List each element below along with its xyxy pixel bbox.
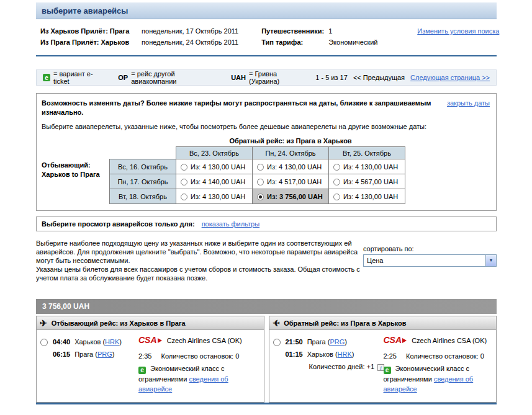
matrix-title: Обратный рейс: из Прага в Харьков — [176, 137, 405, 145]
inbound-card-header: ✈ Обратный рейс: из Прага в Харьков — [269, 316, 497, 330]
matrix-cell[interactable]: Из: 4 130,00 UAH — [253, 159, 329, 174]
departing-axis-label: Отбывающий: Харьков to Прага — [42, 161, 100, 179]
inbound-card-title: Обратный рейс: из Прага в Харьков — [284, 319, 406, 327]
inbound-times: 21:50Прага (PRG) 01:15Харьков (HRK) Коли… — [286, 336, 384, 394]
matrix-price: Из: 4 130,00 UAH — [191, 163, 245, 171]
fare-type-label: Тип тарифа: — [261, 38, 327, 46]
close-dates-link[interactable]: закрыть даты — [447, 99, 490, 107]
matrix-row: Вс, 16. Октябрь Из: 4 130,00 UAH Из: 4 1… — [110, 159, 405, 174]
fare-type-value: Экономический — [328, 38, 415, 46]
matrix-row: Вт, 18. Октябрь Из: 4 130,00 UAH Из: 3 7… — [110, 189, 405, 204]
csa-flag-icon — [402, 338, 407, 343]
matrix-radio[interactable] — [181, 194, 187, 200]
flexible-dates-title: Возможность изменять даты? Более низкие … — [42, 99, 444, 117]
prev-page-label: << Предыдущая — [353, 74, 405, 81]
outbound-card-header: ✈ Отбывающий рейс: из Харьков в Прага — [37, 316, 264, 330]
outbound-airline-info: CSA Czech Airlines CSA (OK) 2:35 Количес… — [138, 336, 260, 394]
inbound-airline-info: CSA Czech Airlines CSA (OK) 2:25 Количес… — [384, 336, 493, 394]
eticket-icon: e — [384, 367, 391, 374]
inbound-flight-radio[interactable] — [273, 339, 281, 346]
chevron-down-icon[interactable]: ▼ — [485, 255, 496, 266]
matrix-cell[interactable]: Из: 4 130,00 UAH — [176, 189, 253, 204]
next-page-link[interactable]: Следующая страница >> — [410, 74, 490, 81]
matrix-radio[interactable] — [333, 164, 340, 171]
outbound-airline-row: CSA Czech Airlines CSA (OK) — [138, 336, 260, 346]
eticket-legend-text: = вариант e-ticket — [53, 70, 108, 85]
matrix-row-header: Вс, 16. Октябрь — [110, 159, 176, 174]
matrix-radio[interactable] — [257, 164, 264, 171]
matrix-cell[interactable]: Из: 4 567,00 UAH — [329, 174, 405, 189]
matrix-price: Из: 4 130,00 UAH — [343, 163, 398, 171]
price-band-value: 3 756,00 UAH — [42, 302, 89, 311]
airport-link-prg[interactable]: PRG — [330, 338, 345, 346]
flexible-dates-panel: Возможность изменять даты? Более низкие … — [36, 93, 497, 211]
matrix-radio[interactable] — [333, 194, 340, 200]
airplane-arrive-icon: ✈ — [273, 319, 280, 328]
change-search-link[interactable]: Изменить условия поиска — [417, 27, 499, 35]
matrix-cell-selected[interactable]: Из: 3 756,00 UAH — [253, 189, 329, 204]
matrix-corner — [110, 147, 176, 159]
sort-select[interactable]: Цена ▼ — [363, 254, 497, 267]
outbound-date: понедельник, 17 Октябрь 2011 — [142, 27, 259, 35]
matrix-row-header: Пн, 17. Октябрь — [110, 174, 176, 189]
outbound-duration-row: 2:35 Количество остановок: 0 — [138, 352, 260, 361]
matrix-row-header: Вт, 18. Октябрь — [110, 189, 176, 204]
uah-legend-text: = Гривна (Украина) — [249, 70, 309, 85]
matrix-cell[interactable]: Из: 4 130,00 UAH — [176, 159, 253, 174]
matrix-cell[interactable]: Из: 4 130,00 UAH — [329, 189, 405, 204]
matrix-col-header: Вт, 25. Октябрь — [329, 147, 405, 159]
matrix-radio-selected[interactable] — [257, 194, 264, 200]
flexible-dates-instruction: Выберите авиаперелеты, указанные ниже, ч… — [42, 122, 491, 131]
matrix-row: Пн, 17. Октябрь Из: 4 140,00 UAH Из: 4 5… — [110, 174, 405, 189]
matrix-header-row: Вс, 23. Октябрь Пн, 24. Октябрь Вт, 25. … — [110, 147, 405, 159]
op-symbol: OP — [118, 74, 128, 81]
inbound-airline-row: CSA Czech Airlines CSA (OK) — [384, 336, 493, 346]
legend-bar: e = вариант e-ticket OP = рейс другой ав… — [36, 69, 497, 86]
inbound-stops: Количество остановок: 0 — [406, 352, 484, 360]
outbound-flight-radio[interactable] — [40, 339, 48, 346]
inbound-route-label: Из Прага Прилёт: Харьков — [40, 38, 140, 46]
flight-cards: ✈ Отбывающий рейс: из Харьков в Прага 04… — [36, 316, 497, 403]
inbound-arrival: 01:15Харьков (HRK) — [286, 348, 384, 360]
csa-logo: CSA — [384, 335, 407, 345]
outbound-times: 04:40Харьков (HRK) 06:15Прага (PRG) — [53, 336, 138, 394]
uah-symbol: UAH — [231, 74, 246, 81]
price-band: 3 756,00 UAH — [36, 299, 497, 314]
summary-row-inbound: Из Прага Прилёт: Харьков понедельник, 24… — [40, 38, 497, 50]
outbound-cabin-row: e Экономический класс с ограничениями св… — [138, 364, 260, 394]
outbound-route-label: Из Харьков Прилёт: Прага — [40, 27, 140, 35]
op-legend-text: = рейс другой авиакомпании — [131, 70, 221, 85]
intro-paragraph-2: Указаны цены билетов для всех пассажиров… — [36, 265, 361, 282]
inbound-cabin-row: e Экономический класс с ограничениями св… — [384, 364, 493, 394]
matrix-radio[interactable] — [181, 179, 187, 185]
matrix-price: Из: 4 517,00 UAH — [267, 178, 322, 185]
csa-flag-icon — [158, 338, 162, 343]
sort-label: сортировать по: — [363, 245, 497, 252]
matrix-cell[interactable]: Из: 4 517,00 UAH — [253, 174, 329, 189]
intro-paragraph-1: Выберите наиболее подходящую цену из ука… — [36, 239, 361, 265]
filter-bar: Выберите просмотр авиарейсов только для:… — [36, 216, 497, 231]
airport-link-hrk[interactable]: HRK — [338, 350, 352, 358]
outbound-departure: 04:40Харьков (HRK) — [53, 336, 138, 348]
matrix-radio[interactable] — [257, 179, 264, 185]
matrix-cell[interactable]: Из: 4 140,00 UAH — [176, 174, 253, 189]
results-range: 1 - 5 из 17 — [315, 74, 348, 81]
outbound-stops: Количество остановок: 0 — [161, 352, 239, 360]
outbound-flight-card: ✈ Отбывающий рейс: из Харьков в Прага 04… — [36, 316, 264, 403]
outbound-arrival: 06:15Прага (PRG) — [53, 348, 138, 360]
flight-results-page: выберите авиарейсы Из Харьков Прилёт: Пр… — [36, 2, 497, 404]
airport-link-hrk[interactable]: HRK — [105, 338, 119, 346]
matrix-price: Из: 3 756,00 UAH — [267, 193, 323, 200]
show-filters-link[interactable]: показать фильтры — [202, 220, 259, 228]
matrix-cell[interactable]: Из: 4 130,00 UAH — [329, 159, 405, 174]
matrix-price: Из: 4 130,00 UAH — [191, 193, 245, 200]
airport-link-prg[interactable]: PRG — [97, 350, 112, 358]
matrix-price: Из: 4 130,00 UAH — [267, 163, 322, 171]
outbound-duration: 2:35 — [138, 352, 151, 360]
inbound-departure: 21:50Прага (PRG) — [286, 336, 384, 348]
matrix-radio[interactable] — [181, 164, 187, 171]
outbound-card-title: Отбывающий рейс: из Харьков в Прага — [52, 319, 186, 327]
inbound-date: понедельник, 24 Октябрь 2011 — [142, 38, 259, 46]
matrix-radio[interactable] — [333, 179, 340, 185]
summary-row-outbound: Из Харьков Прилёт: Прага понедельник, 17… — [40, 27, 497, 38]
